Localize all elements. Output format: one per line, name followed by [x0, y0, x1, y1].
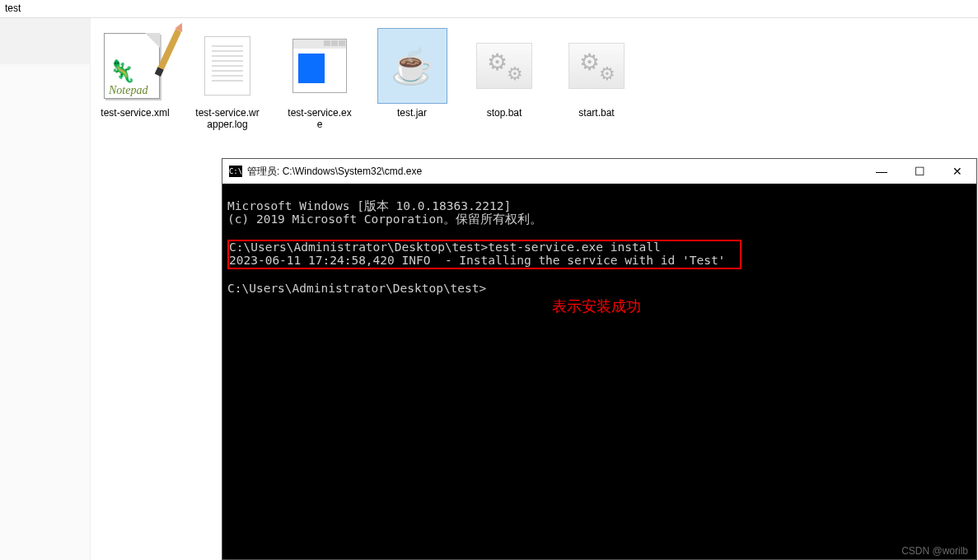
file-label: test-service.xml: [101, 107, 169, 119]
path-text: test: [5, 2, 21, 14]
explorer-sidebar: [0, 18, 91, 560]
sidebar-item[interactable]: [0, 18, 90, 64]
file-item-xml[interactable]: 🦎 Notepad test-service.xml: [97, 25, 173, 134]
explorer-path-bar: test: [0, 0, 978, 18]
cmd-input: test-service.exe install: [488, 240, 661, 254]
file-item-start-bat[interactable]: ⚙⚙ start.bat: [559, 25, 634, 134]
batch-icon: ⚙⚙: [562, 28, 632, 104]
watermark: CSDN @worilb: [901, 545, 968, 557]
cmd-line: Microsoft Windows [版本 10.0.18363.2212]: [227, 199, 511, 212]
text-file-icon: [193, 28, 263, 104]
minimize-button[interactable]: —: [863, 159, 901, 184]
batch-icon: ⚙⚙: [470, 28, 540, 104]
window-controls: — ☐ ✕: [863, 159, 976, 184]
jar-icon: ☕: [377, 28, 447, 104]
close-button[interactable]: ✕: [938, 159, 976, 184]
file-item-log[interactable]: test-service.wrapper.log: [190, 25, 265, 134]
cmd-titlebar[interactable]: C:\ 管理员: C:\Windows\System32\cmd.exe — ☐…: [222, 159, 976, 184]
notepadpp-icon: 🦎 Notepad: [101, 28, 171, 104]
file-label: stop.bat: [487, 107, 522, 119]
cmd-icon: C:\: [229, 166, 242, 177]
cmd-output[interactable]: Microsoft Windows [版本 10.0.18363.2212] (…: [222, 184, 976, 559]
file-label: test-service.wrapper.log: [193, 107, 262, 131]
cmd-title-text: 管理员: C:\Windows\System32\cmd.exe: [247, 165, 863, 179]
file-label: test.jar: [397, 107, 427, 119]
cmd-window[interactable]: C:\ 管理员: C:\Windows\System32\cmd.exe — ☐…: [222, 158, 977, 560]
file-label: test-service.exe: [285, 107, 354, 131]
exe-icon: [285, 28, 355, 104]
files-row: 🦎 Notepad test-service.xml test-service.…: [97, 25, 971, 134]
cmd-output-line: 2023-06-11 17:24:58,420 INFO - Installin…: [229, 254, 725, 267]
annotation-text: 表示安装成功: [552, 299, 641, 315]
file-label: start.bat: [578, 107, 614, 119]
file-item-exe[interactable]: test-service.exe: [282, 25, 358, 134]
highlighted-command-block: C:\Users\Administrator\Desktop\test>test…: [227, 240, 742, 269]
cmd-prompt: C:\Users\Administrator\Desktop\test>: [227, 282, 486, 295]
cmd-line: (c) 2019 Microsoft Corporation。保留所有权利。: [227, 212, 542, 226]
file-item-stop-bat[interactable]: ⚙⚙ stop.bat: [466, 25, 542, 134]
maximize-button[interactable]: ☐: [901, 159, 938, 184]
file-item-jar[interactable]: ☕ test.jar: [374, 25, 450, 134]
cmd-prompt: C:\Users\Administrator\Desktop\test>: [229, 240, 488, 254]
